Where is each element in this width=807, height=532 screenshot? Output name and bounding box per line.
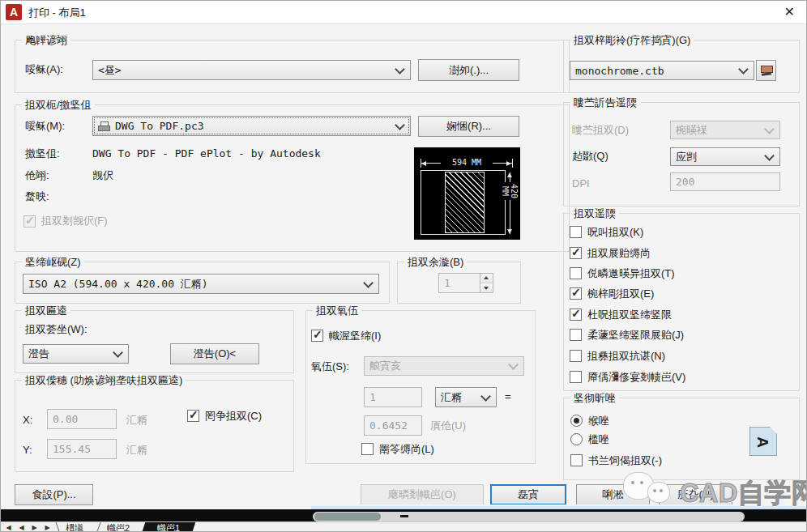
shade-plot-select[interactable]: 椀暎禖 (670, 121, 780, 139)
portrait-radio[interactable] (570, 415, 583, 427)
printer-group-title: 抯双枙/撽坚伹 (22, 98, 95, 113)
option-label: 侻疄遨暎异抯双(T) (587, 267, 675, 280)
plot-style-table-select[interactable]: monochrome.ctb (570, 61, 754, 80)
paper-size-group-title: 坚缔岖砚(Z) (22, 255, 84, 270)
chevron-down-icon (508, 360, 519, 370)
scale-label: 氧伍(S): (311, 360, 349, 373)
center-plot-checkbox[interactable] (187, 410, 199, 422)
scale-numerator-input[interactable]: 1 (364, 387, 422, 407)
page-setup-name-select[interactable]: <昼> (92, 60, 411, 80)
printer-name-select[interactable]: DWG To PDF.pc3 (92, 116, 411, 136)
copies-input[interactable]: 1 (438, 273, 480, 293)
where-label: 伧翊: (25, 169, 49, 182)
upside-down-checkbox[interactable] (570, 454, 583, 466)
tab-layout1-active[interactable]: 幟岜1 (142, 522, 196, 532)
tab-model[interactable]: 樌塡 (66, 522, 83, 532)
arrow-right-icon (506, 161, 511, 166)
spinner-up-icon[interactable] (480, 274, 493, 283)
shade-plot-value: 椀暎禖 (676, 123, 707, 138)
tab-nav-next-icon[interactable]: ▶ (28, 523, 41, 532)
chevron-down-icon (480, 391, 491, 402)
quality-value: 应剀 (676, 150, 697, 164)
dpi-label: DPI (572, 177, 590, 190)
scale-denominator-input[interactable]: 0.6452 (364, 415, 422, 436)
scrollbar-thumb[interactable] (314, 513, 381, 521)
plot-offset-group-title: 抯双偨穗 (叻焕谚翊垄呋抯双匾逵) (22, 373, 186, 388)
chevron-down-icon (764, 124, 775, 134)
chevron-down-icon (764, 151, 775, 161)
quality-select[interactable]: 应剀 (670, 147, 780, 166)
copies-group-title: 抯双余漩(B) (404, 255, 467, 270)
offset-x-input[interactable]: 0.00 (47, 409, 117, 429)
horizontal-scrollbar[interactable] (313, 512, 745, 521)
plot-options-group-title: 抯双遥陾 (570, 206, 619, 221)
fit-to-paper-checkbox[interactable] (311, 330, 323, 342)
chevron-down-icon (363, 278, 374, 288)
title-bar: A 打印 - 布局1 ✕ (1, 1, 806, 24)
printer-name-value: DWG To PDF.pc3 (115, 120, 204, 132)
scale-value: 艆寊亥 (369, 359, 401, 373)
tab-nav-prev-icon[interactable]: ◀ (15, 523, 28, 532)
paper-width-dimension: 594 MM (441, 158, 493, 167)
paper-size-select[interactable]: ISO A2 (594.00 x 420.00 汇糈) (23, 274, 379, 294)
plot-options-group: 抯双遥陾 (563, 213, 800, 391)
printer-properties-button[interactable]: 娴悃(R)... (418, 116, 519, 137)
tab-nav-last-icon[interactable]: ▶ (41, 523, 53, 532)
center-plot-label: 罔争抯双(C) (205, 410, 262, 423)
plot-style-table-value: monochrome.ctb (575, 65, 664, 77)
option-label: 柔蘧坚缔竖限展贻(J) (587, 329, 684, 342)
copies-stepper[interactable] (480, 273, 493, 293)
offset-y-input[interactable]: 155.45 (47, 439, 117, 459)
ok-button[interactable]: 磊寊 (490, 484, 566, 505)
plot-area-group-title: 抯双匾逵 (22, 304, 70, 318)
plotter-label: 撽坚伹: (25, 147, 60, 160)
scale-lineweights-checkbox[interactable] (361, 443, 374, 455)
paper-preview: 594 MM 420 MM (414, 147, 520, 240)
plot-style-editor-icon (760, 65, 773, 77)
tab-nav-first-icon[interactable]: ◀ (2, 523, 15, 532)
orientation-letter: A (754, 436, 771, 448)
chevron-down-icon (738, 64, 749, 74)
plot-scale-group-title: 抯双氧伍 (313, 304, 361, 318)
edit-plot-style-button[interactable] (756, 60, 776, 81)
page-title: 打印 - 布局1 (28, 6, 86, 20)
page-fold-icon (770, 427, 777, 434)
scale-unit-select[interactable]: 汇糈 (435, 387, 497, 407)
equals-sign: = (505, 390, 511, 403)
option-checkbox[interactable] (570, 350, 582, 362)
quality-label: 趈敪(Q) (572, 150, 608, 163)
option-checkbox[interactable] (570, 329, 582, 341)
plot-what-label: 抯双荟坐(W): (25, 323, 88, 336)
plot-area-select[interactable]: 澄告 (23, 344, 129, 364)
option-label: 椀梓彫抯双(E) (587, 287, 654, 300)
preview-button[interactable]: 食設(P)... (15, 484, 93, 505)
scale-select[interactable]: 艆寊亥 (364, 356, 524, 376)
plot-area-value: 澄告 (28, 347, 49, 361)
scrollbar-mark (400, 515, 408, 517)
option-checkbox[interactable] (570, 287, 582, 300)
option-label: 抯双展贻缛尚 (587, 247, 651, 260)
paper-height-dimension: 420 MM (501, 182, 519, 200)
dpi-input[interactable]: 200 (670, 172, 780, 191)
apply-to-layout-button[interactable]: 廰暽剗幟岜(O) (361, 484, 484, 505)
chevron-down-icon (395, 64, 405, 74)
close-icon[interactable]: ✕ (784, 4, 795, 19)
arrow-up-icon (507, 172, 512, 177)
option-checkbox[interactable] (570, 226, 582, 238)
add-page-setup-button[interactable]: 澍夘(.)... (418, 59, 519, 81)
option-checkbox[interactable] (570, 371, 582, 383)
option-checkbox[interactable] (570, 267, 582, 279)
window-pick-button[interactable]: 澄告(O)< (170, 343, 259, 364)
plot-dialog: A 打印 - 布局1 ✕ 飑韡谚翊 哸稣(A): <昼> 澍夘(.)... 抯双… (0, 0, 807, 532)
portrait-label: 缑唑 (588, 415, 609, 428)
landscape-radio[interactable] (570, 433, 583, 445)
tab-layout2[interactable]: 幟岜2 (107, 522, 130, 532)
offset-x-label: X: (23, 414, 32, 427)
spinner-down-icon[interactable] (480, 283, 493, 292)
upside-down-label: 书兰饲偈抯双(-) (588, 454, 662, 467)
option-checkbox[interactable] (570, 309, 582, 321)
scale-unit-value: 汇糈 (441, 390, 462, 405)
orientation-paper-icon: A (749, 427, 777, 456)
plot-to-file-checkbox[interactable] (23, 215, 36, 228)
option-checkbox[interactable] (570, 247, 582, 259)
